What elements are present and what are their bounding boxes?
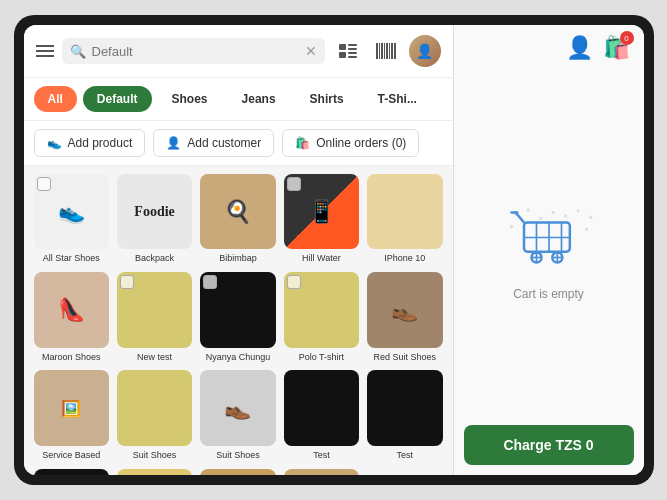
svg-point-21 [509, 225, 512, 228]
add-product-icon: 👟 [47, 136, 62, 150]
cart-badge: 0 [620, 31, 634, 45]
product-card[interactable]: Test [284, 370, 359, 460]
svg-rect-10 [386, 43, 388, 59]
product-checkbox[interactable] [287, 275, 301, 289]
product-checkbox[interactable] [203, 275, 217, 289]
cart-empty-area: Cart is empty [454, 71, 644, 425]
tab-all[interactable]: All [34, 86, 77, 112]
add-customer-button[interactable]: 👤 Add customer [153, 129, 274, 157]
product-card[interactable]: Foodie Backpack [117, 174, 192, 264]
product-card[interactable]: Nyanya Chungu [200, 272, 275, 362]
product-card[interactable]: 🧥 Woman Coat [284, 469, 359, 475]
person-icon[interactable]: 👤 [566, 35, 593, 61]
add-customer-label: Add customer [187, 136, 261, 150]
product-card[interactable]: 📱 Hill Water [284, 174, 359, 264]
tab-tshirts[interactable]: T-Shi... [364, 86, 431, 112]
product-checkbox[interactable] [287, 177, 301, 191]
app-container: 🔍 ✕ [24, 25, 644, 475]
cart-icon-wrapper: 🛍️ 0 [603, 35, 630, 61]
product-card[interactable]: Test [367, 370, 442, 460]
svg-rect-11 [389, 43, 390, 59]
category-tabs: All Default Shoes Jeans Shirts T-Shi... [24, 78, 453, 121]
product-name: Suit Shoes [133, 450, 177, 461]
tab-default[interactable]: Default [83, 86, 152, 112]
svg-rect-7 [379, 43, 380, 59]
svg-rect-0 [339, 44, 346, 50]
svg-rect-2 [348, 48, 357, 50]
product-checkbox[interactable] [120, 275, 134, 289]
svg-rect-8 [381, 43, 383, 59]
cart-illustration [499, 195, 599, 275]
product-card[interactable]: 🍳 Bibimbap [200, 174, 275, 264]
add-customer-icon: 👤 [166, 136, 181, 150]
tablet-frame: 🔍 ✕ [14, 15, 654, 485]
svg-point-16 [539, 217, 542, 220]
search-input[interactable] [92, 44, 299, 59]
product-grid: 👟 All Star Shoes Foodie Backpack 🍳 Bibim… [24, 166, 453, 475]
product-card[interactable]: 🥾 Timberland Boo... [200, 469, 275, 475]
svg-point-22 [584, 228, 587, 231]
add-product-button[interactable]: 👟 Add product [34, 129, 146, 157]
header: 🔍 ✕ [24, 25, 453, 78]
online-orders-button[interactable]: 🛍️ Online orders (0) [282, 129, 419, 157]
online-orders-icon: 🛍️ [295, 136, 310, 150]
hamburger-menu-icon[interactable] [36, 45, 54, 57]
svg-point-19 [576, 209, 579, 212]
svg-rect-12 [391, 43, 393, 59]
tab-jeans[interactable]: Jeans [228, 86, 290, 112]
product-card[interactable]: 👠 Maroon Shoes [34, 272, 109, 362]
svg-rect-9 [384, 43, 385, 59]
product-name: Test [397, 450, 414, 461]
product-name: IPhone 10 [384, 253, 425, 264]
product-name: Polo T-shirt [299, 352, 344, 363]
charge-button[interactable]: Charge TZS 0 [464, 425, 634, 465]
svg-rect-4 [348, 52, 357, 54]
action-bar: 👟 Add product 👤 Add customer 🛍️ Online o… [24, 121, 453, 166]
product-name: Backpack [135, 253, 174, 264]
svg-rect-1 [348, 44, 357, 46]
product-name: All Star Shoes [43, 253, 100, 264]
product-card[interactable]: IPhone 10 [367, 174, 442, 264]
svg-rect-6 [376, 43, 378, 59]
right-panel-header: 👤 🛍️ 0 [454, 25, 644, 71]
product-name: Suit Shoes [216, 450, 260, 461]
product-name: Nyanya Chungu [206, 352, 271, 363]
product-name: Maroon Shoes [42, 352, 101, 363]
product-card[interactable]: 🖼️ Service Based [34, 370, 109, 460]
product-card[interactable]: Test test [117, 469, 192, 475]
product-card[interactable]: 👟 All Star Shoes [34, 174, 109, 264]
avatar[interactable]: 👤 [409, 35, 441, 67]
product-name: Test [313, 450, 330, 461]
product-card[interactable]: New test [117, 272, 192, 362]
grid-view-icon[interactable] [333, 36, 363, 66]
svg-point-17 [551, 211, 554, 214]
product-card[interactable]: Test [34, 469, 109, 475]
tab-shirts[interactable]: Shirts [296, 86, 358, 112]
product-card[interactable]: 👞 Suit Shoes [200, 370, 275, 460]
product-card[interactable]: Polo T-shirt [284, 272, 359, 362]
product-checkbox[interactable] [37, 177, 51, 191]
header-icons: 👤 [333, 35, 441, 67]
product-card[interactable]: Suit Shoes [117, 370, 192, 460]
svg-rect-13 [394, 43, 396, 59]
svg-point-18 [564, 214, 567, 217]
clear-icon[interactable]: ✕ [305, 43, 317, 59]
product-card[interactable]: 👞 Red Suit Shoes [367, 272, 442, 362]
product-name: Service Based [42, 450, 100, 461]
search-icon: 🔍 [70, 44, 86, 59]
product-name: Hill Water [302, 253, 341, 264]
search-bar: 🔍 ✕ [62, 38, 325, 64]
add-product-label: Add product [68, 136, 133, 150]
svg-point-15 [526, 208, 529, 211]
barcode-icon[interactable] [371, 36, 401, 66]
right-panel: 👤 🛍️ 0 [454, 25, 644, 475]
svg-point-20 [589, 216, 592, 219]
tab-shoes[interactable]: Shoes [158, 86, 222, 112]
product-name: Bibimbap [219, 253, 257, 264]
svg-rect-5 [348, 56, 357, 58]
cart-empty-text: Cart is empty [513, 287, 584, 301]
left-panel: 🔍 ✕ [24, 25, 454, 475]
online-orders-label: Online orders (0) [316, 136, 406, 150]
product-name: New test [137, 352, 172, 363]
svg-rect-3 [339, 52, 346, 58]
